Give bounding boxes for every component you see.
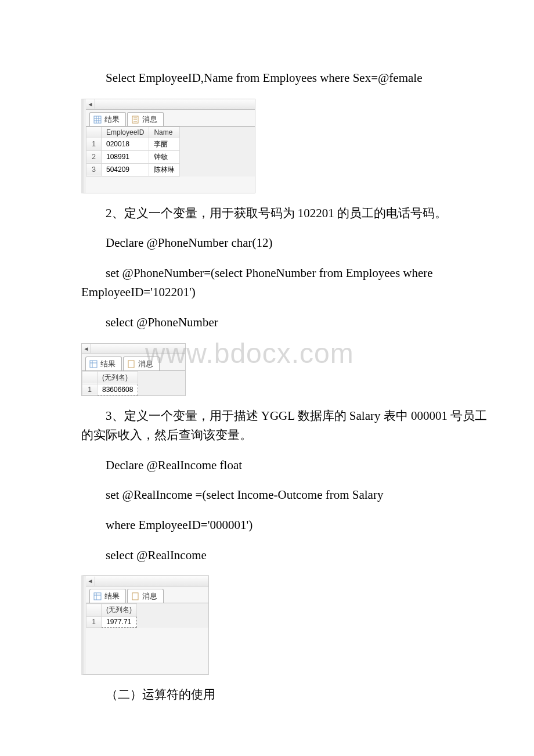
row-header-blank [86, 604, 102, 617]
result-grid-1: EmployeeID Name 1 020018 李丽 2 108991 钟敏 … [86, 127, 180, 177]
result-panel-3: ◄ 结果 消息 (无列名) 1 1977.71 [81, 575, 488, 675]
table-row[interactable]: 2 108991 钟敏 [86, 150, 180, 163]
tab-messages-label: 消息 [138, 359, 153, 369]
row-index: 1 [86, 138, 102, 150]
tab-results-label: 结果 [104, 114, 120, 125]
sql-line-3-2: set @RealIncome =(select Income-Outcome … [81, 485, 488, 505]
sql-line-3-1: Declare @RealIncome float [81, 456, 488, 476]
grid-icon [89, 360, 98, 368]
scrollbar-top-3[interactable]: ◄ [86, 576, 208, 586]
cell-employeeid: 504209 [102, 163, 149, 176]
tab-messages-label: 消息 [142, 114, 157, 125]
scroll-left-icon[interactable]: ◄ [82, 344, 91, 353]
grid-icon [93, 116, 102, 124]
heading-2: 2、定义一个变量，用于获取号码为 102201 的员工的电话号码。 [81, 204, 488, 224]
tab-results-label: 结果 [100, 359, 116, 369]
scroll-left-icon[interactable]: ◄ [86, 99, 95, 109]
col-employeeid[interactable]: EmployeeID [102, 127, 149, 138]
col-noname[interactable]: (无列名) [102, 604, 137, 617]
cell-name: 李丽 [149, 138, 180, 150]
table-row[interactable]: 3 504209 陈林琳 [86, 163, 180, 176]
cell-employeeid: 108991 [102, 150, 149, 163]
table-row[interactable]: 1 1977.71 [86, 617, 137, 628]
page-icon [127, 360, 135, 368]
svg-rect-16 [132, 593, 138, 600]
row-index: 1 [86, 617, 102, 628]
tab-results-label: 结果 [104, 591, 120, 602]
row-index: 1 [82, 384, 98, 395]
grid-icon [93, 592, 102, 600]
tab-messages[interactable]: 消息 [127, 112, 164, 126]
sql-line-2-3: select @PhoneNumber [81, 313, 488, 333]
result-grid-2: (无列名) 1 83606608 [82, 371, 138, 395]
row-index: 2 [86, 150, 102, 163]
svg-rect-0 [94, 116, 101, 123]
tab-messages-label: 消息 [142, 591, 157, 602]
tab-messages[interactable]: 消息 [127, 589, 164, 603]
cell-value: 1977.71 [102, 617, 137, 628]
sql-line-3-4: select @RealIncome [81, 546, 488, 566]
footer-heading: （二）运算符的使用 [81, 685, 488, 705]
result-panel-1: ◄ 结果 消息 EmployeeID Name 1 020018 李丽 [81, 99, 488, 193]
tab-results[interactable]: 结果 [85, 357, 122, 370]
scrollbar-top-2[interactable]: ◄ [82, 344, 185, 354]
tab-messages[interactable]: 消息 [123, 357, 160, 370]
table-row[interactable]: 1 83606608 [82, 384, 138, 395]
col-name[interactable]: Name [149, 127, 180, 138]
svg-rect-13 [94, 593, 101, 600]
result-panel-2: www.bdocx.com ◄ 结果 消息 (无列名) 1 83606608 [81, 343, 488, 396]
cell-employeeid: 020018 [102, 138, 149, 150]
sql-line-2-2: set @PhoneNumber=(select PhoneNumber fro… [81, 264, 488, 303]
cell-name: 陈林琳 [149, 163, 180, 176]
page-icon [131, 116, 139, 124]
scrollbar-top-1[interactable]: ◄ [86, 99, 255, 110]
col-noname[interactable]: (无列名) [98, 371, 138, 384]
cell-value: 83606608 [98, 384, 138, 395]
result-grid-3: (无列名) 1 1977.71 [86, 603, 137, 628]
sql-line-2-1: Declare @PhoneNumber char(12) [81, 233, 488, 253]
tab-results[interactable]: 结果 [89, 112, 126, 126]
tab-results[interactable]: 结果 [89, 589, 126, 603]
sql-statement-1: Select EmployeeID,Name from Employees wh… [81, 69, 488, 88]
sql-line-3-3: where EmployeeID='000001') [81, 516, 488, 535]
heading-3: 3、定义一个变量，用于描述 YGGL 数据库的 Salary 表中 000001… [81, 406, 488, 445]
row-index: 3 [86, 163, 102, 176]
table-row[interactable]: 1 020018 李丽 [86, 138, 180, 150]
svg-rect-9 [90, 361, 97, 368]
svg-rect-12 [128, 361, 134, 368]
scroll-left-icon[interactable]: ◄ [86, 577, 95, 586]
cell-name: 钟敏 [149, 150, 180, 163]
page-icon [131, 592, 139, 600]
row-header-blank [82, 371, 98, 384]
row-header-blank [86, 127, 102, 138]
